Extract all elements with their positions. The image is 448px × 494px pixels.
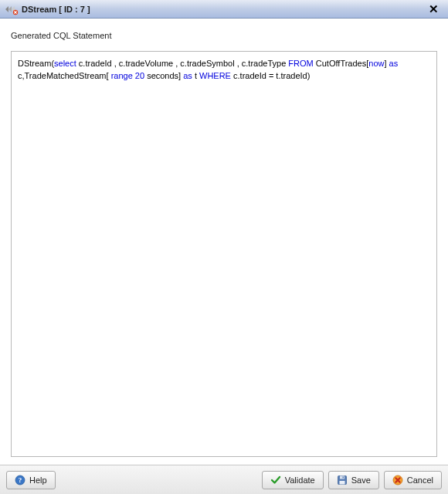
save-label: Save xyxy=(351,475,371,485)
svg-rect-9 xyxy=(340,475,344,479)
cancel-icon xyxy=(392,475,403,486)
titlebar: DStream [ ID : 7 ] ✕ xyxy=(0,0,448,19)
validate-label: Validate xyxy=(285,475,315,485)
footer-toolbar: ? Help Validate Save xyxy=(0,465,448,494)
window-title: DStream [ ID : 7 ] xyxy=(22,5,90,14)
svg-rect-10 xyxy=(339,481,344,485)
save-button[interactable]: Save xyxy=(328,471,379,489)
cql-statement-box[interactable]: DStream(select c.tradeId , c.tradeVolume… xyxy=(11,51,437,457)
svg-marker-0 xyxy=(5,6,8,12)
validate-button[interactable]: Validate xyxy=(262,471,324,489)
svg-marker-1 xyxy=(8,6,12,12)
cancel-label: Cancel xyxy=(407,475,433,485)
close-button[interactable]: ✕ xyxy=(426,2,442,16)
help-label: Help xyxy=(29,475,47,485)
section-label: Generated CQL Statement xyxy=(11,31,437,40)
cancel-button[interactable]: Cancel xyxy=(384,471,442,489)
content-area: Generated CQL Statement DStream(select c… xyxy=(0,19,448,465)
svg-text:?: ? xyxy=(19,476,22,484)
help-icon: ? xyxy=(15,475,25,486)
check-icon xyxy=(270,475,281,486)
save-icon xyxy=(337,475,348,486)
help-button[interactable]: ? Help xyxy=(6,471,56,489)
dstream-icon xyxy=(5,3,19,15)
svg-rect-11 xyxy=(342,476,344,478)
